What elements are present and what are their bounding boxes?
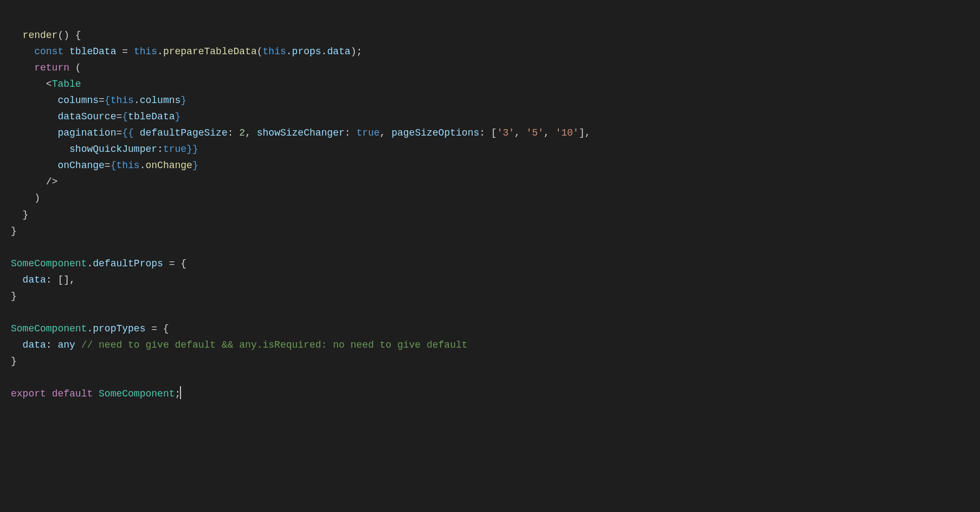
code-line: const tbleData = this.prepareTableData(t… — [11, 43, 969, 60]
code-line: } — [11, 223, 969, 239]
code-line: SomeComponent.defaultProps = { — [11, 255, 969, 272]
code-line: pagination={{ defaultPageSize: 2, showSi… — [11, 125, 969, 141]
code-line: } — [11, 207, 969, 223]
code-line: render() { — [11, 27, 969, 43]
code-line: data: any // need to give default && any… — [11, 337, 969, 353]
code-line: return ( — [11, 60, 969, 76]
code-line: } — [11, 288, 969, 304]
code-line: } — [11, 353, 969, 369]
code-line: <Table — [11, 76, 969, 92]
code-line: /> — [11, 174, 969, 190]
code-line: data: [], — [11, 272, 969, 288]
code-editor[interactable]: render() { const tbleData = this.prepare… — [0, 0, 980, 413]
code-line — [11, 239, 969, 255]
code-line: ) — [11, 190, 969, 206]
code-content: render() { const tbleData = this.prepare… — [11, 27, 969, 402]
code-line: export default SomeComponent; — [11, 386, 969, 402]
code-line: showQuickJumper:true}} — [11, 141, 969, 157]
code-line — [11, 369, 969, 386]
code-line: dataSource={tbleData} — [11, 108, 969, 125]
code-line: SomeComponent.propTypes = { — [11, 321, 969, 337]
code-line: onChange={this.onChange} — [11, 157, 969, 174]
code-line — [11, 304, 969, 321]
text-cursor-icon — [180, 386, 181, 399]
code-line: columns={this.columns} — [11, 92, 969, 108]
